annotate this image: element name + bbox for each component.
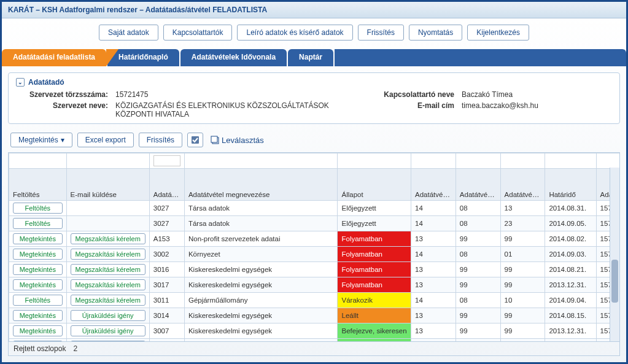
megszakitas-button[interactable]: Megszakítási kérelem <box>71 279 145 290</box>
col-email-send[interactable]: E-mail küldése <box>66 169 149 201</box>
status-cell: Leállt <box>338 308 411 323</box>
table-row[interactable]: Feltöltés3027Társa adatokElőjegyzett1408… <box>9 201 621 216</box>
grid-body: Feltöltés3027Társa adatokElőjegyzett1408… <box>9 201 621 343</box>
cell-megn: Kiskereskedelmi egységek <box>184 308 338 323</box>
scrollbar-thumb[interactable] <box>611 260 618 303</box>
format-icon-button[interactable] <box>187 133 203 147</box>
feltoltes-button[interactable]: Feltöltés <box>13 218 63 229</box>
col-upload[interactable]: Feltöltés <box>9 169 67 201</box>
cell-megn: Társa adatok <box>184 201 338 216</box>
cell-nap: 20 <box>500 339 545 343</box>
grid-wrapper[interactable]: Feltöltés E-mail küldése Adatátvétel azo… <box>8 152 620 342</box>
view-dropdown-label: Megtekintés <box>18 136 58 144</box>
ujrakuldes-button[interactable]: Újraküldési igény <box>71 341 145 342</box>
megtekintes-button[interactable]: Megtekintés <box>13 249 63 260</box>
print-button[interactable]: Nyomtatás <box>409 25 462 41</box>
table-row[interactable]: MegtekintésMegszakítási kérelem3017Kiske… <box>9 277 621 293</box>
cell-nap: 01 <box>500 247 545 262</box>
feltoltes-button[interactable]: Feltöltés <box>13 203 63 214</box>
megszakitas-button[interactable]: Megszakítási kérelem <box>71 249 145 260</box>
view-dropdown[interactable]: Megtekintés ▾ <box>10 133 72 147</box>
col-hatarido[interactable]: Határidő <box>545 169 596 201</box>
col-honap[interactable]: Adatátvétel vonatkozási hónap <box>455 169 500 201</box>
filter-azonosito[interactable] <box>153 155 180 166</box>
cell-nap: 99 <box>500 277 545 293</box>
vertical-scrollbar[interactable] <box>610 168 619 341</box>
refresh-button[interactable]: Frissítés <box>358 25 404 41</box>
col-azonosito[interactable]: Adatátvétel azonosító <box>149 169 184 201</box>
table-row[interactable]: MegtekintésMegszakítási kérelem3016Kiske… <box>9 262 621 277</box>
org-id-label: Szervezet törzsszáma: <box>16 90 108 99</box>
org-name-label: Szervezet neve: <box>16 101 108 118</box>
table-row[interactable]: MegtekintésÚjraküldési igény3014Kiskeres… <box>9 308 621 323</box>
contacts-button[interactable]: Kapcsolattartók <box>163 25 233 41</box>
col-nap[interactable]: Adatátvétel vonatkozási nap <box>500 169 545 201</box>
cell-azon: 3027 <box>149 216 184 231</box>
cell-honap: 08 <box>455 201 500 216</box>
table-row[interactable]: MegtekintésMegszakítási kérelemA153Non-p… <box>9 231 621 247</box>
megszakitas-button[interactable]: Megszakítási kérelem <box>71 264 145 275</box>
excel-export-button[interactable]: Excel export <box>77 133 134 147</box>
detach-label: Leválasztás <box>222 136 264 145</box>
col-megnevezes[interactable]: Adatátvétel megnevezése <box>184 169 338 201</box>
tab-calendar[interactable]: Naptár <box>288 49 333 66</box>
cell-ev: 14 <box>411 201 456 216</box>
table-row[interactable]: MegtekintésÚjraküldési igény3011Gépjármű… <box>9 339 621 343</box>
megtekintes-button[interactable]: Megtekintés <box>13 279 63 290</box>
contact-name-value: Baczakó Tímea <box>462 90 612 99</box>
contact-name-label: Kapcsolattartó neve <box>368 90 454 99</box>
status-cell: Folyamatban <box>338 277 411 293</box>
table-row[interactable]: FeltöltésMegszakítási kérelem3011Gépjárm… <box>9 293 621 308</box>
cell-hatarido: 2014.08.02. <box>545 231 596 247</box>
ujrakuldes-button[interactable]: Újraküldési igény <box>71 310 145 321</box>
megtekintes-button[interactable]: Megtekintés <box>13 325 63 336</box>
cell-hatarido: 2014.09.05. <box>545 216 596 231</box>
table-row[interactable]: Feltöltés3027Társa adatokElőjegyzett1408… <box>9 216 621 231</box>
ujrakuldes-button[interactable]: Újraküldési igény <box>71 325 145 336</box>
table-row[interactable]: MegtekintésÚjraküldési igény3007Kiskeres… <box>9 323 621 339</box>
cell-nap: 23 <box>500 216 545 231</box>
grid-footer: Rejtett oszlopok 2 <box>8 342 620 356</box>
filter-row <box>9 153 621 169</box>
cell-azon: 3011 <box>149 293 184 308</box>
megtekintes-button[interactable]: Megtekintés <box>13 310 63 321</box>
col-allapot[interactable]: Állapot <box>338 169 411 201</box>
megszakitas-button[interactable]: Megszakítási kérelem <box>71 233 145 244</box>
cell-ev: 13 <box>411 231 456 247</box>
megtekintes-button[interactable]: Megtekintés <box>13 233 63 244</box>
megtekintes-button[interactable]: Megtekintés <box>13 264 63 275</box>
org-id-value: 15721475 <box>115 90 361 99</box>
logout-button[interactable]: Kijelentkezés <box>467 25 529 41</box>
cell-azon: 3014 <box>149 308 184 323</box>
cell-azon: A153 <box>149 231 184 247</box>
app-frame: KARÁT – KSH Adatforgalmi rendszer – Adat… <box>0 0 628 364</box>
megszakitas-button[interactable]: Megszakítási kérelem <box>71 295 145 306</box>
cell-megn: Gépjárműállomány <box>184 339 338 343</box>
hidden-columns-label: Rejtett oszlopok <box>14 344 66 353</box>
cell-megn: Kiskereskedelmi egységek <box>184 262 338 277</box>
grid-refresh-button[interactable]: Frissítés <box>139 133 182 147</box>
megtekintes-button[interactable]: Megtekintés <box>13 341 63 342</box>
cell-azon: 3002 <box>149 247 184 262</box>
cell-megn: Gépjárműállomány <box>184 293 338 308</box>
cell-honap: 99 <box>455 308 500 323</box>
collapse-toggle-icon[interactable]: ⌄ <box>16 78 25 87</box>
cell-honap: 99 <box>455 231 500 247</box>
cell-honap: 08 <box>455 293 500 308</box>
email-value: timea.baczako@ksh.hu <box>462 101 612 118</box>
cell-megn: Környezet <box>184 247 338 262</box>
panel-header: ⌄ Adatátadó <box>16 78 612 87</box>
status-cell: Befejezve, sikeresen <box>338 323 411 339</box>
descriptive-data-button[interactable]: Leíró adatok és kísérő adatok <box>237 25 352 41</box>
table-row[interactable]: MegtekintésMegszakítási kérelem3002Körny… <box>9 247 621 262</box>
cell-hatarido: 2013.12.31. <box>545 323 596 339</box>
col-ev[interactable]: Adatátvétel vonatkozási éve <box>411 169 456 201</box>
own-data-button[interactable]: Saját adatok <box>99 25 158 41</box>
main-toolbar: Saját adatok Kapcsolattartók Leíró adato… <box>2 18 626 47</box>
tab-timeline[interactable]: Adatátvételek Idővonala <box>180 49 287 66</box>
grid-toolbar: Megtekintés ▾ Excel export Frissítés Lev… <box>8 130 620 150</box>
tab-tasklist[interactable]: Adatátadási feladatlista <box>2 49 106 66</box>
feltoltes-button[interactable]: Feltöltés <box>13 295 63 306</box>
cell-honap: 99 <box>455 262 500 277</box>
detach-button[interactable]: Leválasztás <box>208 134 266 146</box>
